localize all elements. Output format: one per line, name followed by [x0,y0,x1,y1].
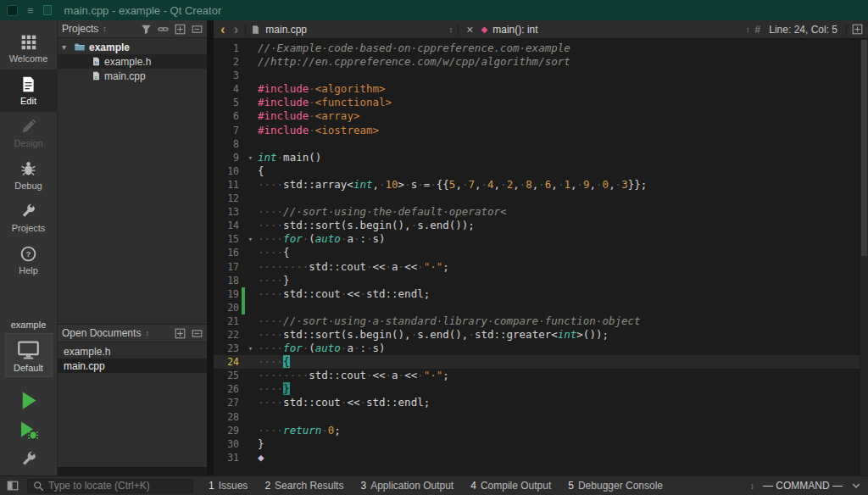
split-editor-icon[interactable] [852,24,863,35]
window-document-icon [43,5,52,15]
expand-arrow-icon[interactable]: ▾ [62,42,70,52]
kit-selector-button[interactable]: Default [5,333,53,377]
code-line-7[interactable]: 7#include·<iostream> [214,124,868,137]
code-line-31[interactable]: 31◆ [214,451,868,464]
code-line-3[interactable]: 3 [214,69,868,82]
code-text [256,301,258,314]
fold-marker-icon[interactable]: ▾ [245,342,256,355]
scrollbar-handle[interactable] [861,40,867,256]
tree-item-main.cpp[interactable]: cmain.cpp [58,69,207,83]
code-line-17[interactable]: 17········std::cout·<<·a·<<·"·"; [214,260,868,274]
code-line-24[interactable]: 24····{ [214,355,868,369]
code-text: ····{ [256,246,290,259]
fold-marker-icon[interactable]: ▾ [245,151,256,164]
fold-marker-icon[interactable]: ▾ [245,232,256,246]
code-line-10[interactable]: 10{ [214,164,868,178]
run-button[interactable] [14,387,43,413]
open-file-dropdown[interactable]: main.cpp ↕ [251,24,453,36]
line-number: 7 [214,124,239,137]
code-line-8[interactable]: 8 [214,137,868,151]
code-line-12[interactable]: 12 [214,192,868,205]
code-line-27[interactable]: 27····std::cout·<<·std::endl; [214,396,868,409]
symbol-dropdown[interactable]: ◆ main(): int ↕ [481,24,750,36]
code-line-22[interactable]: 22····std::sort(s.begin(),·s.end(),·std:… [214,328,868,342]
code-line-16[interactable]: 16····{ [214,246,868,259]
code-line-19[interactable]: 19····std::cout·<<·std::endl; [214,287,868,301]
code-line-30[interactable]: 30} [214,437,868,451]
output-pane-arrows-icon[interactable]: ↕ [750,481,754,491]
code-line-11[interactable]: 11····std::array<int,·10>·s·=·{{5,·7,·4,… [214,178,868,192]
go-forward-button[interactable]: › [232,22,241,36]
menu-icon[interactable]: ≡ [27,4,34,17]
code-line-28[interactable]: 28 [214,410,868,424]
open-document-main.cpp[interactable]: main.cpp [58,359,207,373]
debug-run-button[interactable] [14,417,43,442]
go-back-button[interactable]: ‹ [219,22,227,36]
code-line-5[interactable]: 5#include·<functional> [214,96,868,109]
filter-icon[interactable] [141,24,152,35]
qt-creator-window: ≡ main.cpp - example - Qt Creator Welcom… [0,0,868,495]
fold-margin [245,328,256,342]
line-number: 18 [214,274,239,287]
line-number: 22 [214,328,239,342]
code-line-6[interactable]: 6#include·<array> [214,109,868,123]
output-pane-compile-output[interactable]: 4Compile Output [470,480,551,492]
output-pane-issues[interactable]: 1Issues [209,480,248,492]
code-line-25[interactable]: 25········std::cout·<<·a·<<·"·"; [214,369,868,382]
output-pane-search-results[interactable]: 2Search Results [264,480,343,492]
code-text [256,410,258,424]
code-line-23[interactable]: 23▾····for·(auto·a·:·s) [214,342,868,355]
close-document-button[interactable]: × [464,23,476,36]
line-number: 30 [214,437,239,451]
code-text: ····std::cout·<<·std::endl; [256,287,430,301]
code-line-1[interactable]: 1//·Example·code·based·on·cppreference.c… [214,42,868,55]
code-line-21[interactable]: 21····//·sort·using·a·standard·library·c… [214,314,868,328]
panel-editor-splitter[interactable] [207,20,214,476]
titlebar: ≡ main.cpp - example - Qt Creator [0,0,868,20]
editor-scrollbar[interactable] [860,39,868,476]
line-col-indicator: Line: 24, Col: 5 [769,24,837,36]
locator-field[interactable] [27,479,193,493]
split-panel-icon[interactable] [175,24,186,35]
code-line-14[interactable]: 14····std::sort(s.begin(),·s.end()); [214,219,868,232]
close-panel-icon[interactable] [192,328,203,339]
output-pane-debugger-console[interactable]: 5Debugger Console [568,480,663,492]
mode-label: Design [14,138,42,148]
mode-edit[interactable]: Edit [0,70,57,112]
open-document-example.h[interactable]: example.h [58,344,207,359]
mode-welcome[interactable]: Welcome [0,27,57,70]
code-line-2[interactable]: 2//http://en.cppreference.com/w/cpp/algo… [214,55,868,69]
sync-with-editor-icon[interactable] [158,24,169,35]
panel-mode-dropdown-icon[interactable]: ↕ [103,25,107,33]
panel-mode-dropdown-icon[interactable]: ↕ [145,329,149,337]
mode-projects[interactable]: Projects [0,197,57,239]
pane-label: Application Output [370,480,453,492]
code-line-13[interactable]: 13····//·sort·using·the·default·operator… [214,205,868,219]
tree-item-example[interactable]: ▾example [58,40,207,54]
code-line-4[interactable]: 4#include·<algorithm> [214,82,868,96]
kit-selector-area: example Default [0,320,57,377]
code-line-9[interactable]: 9▾int·main() [214,151,868,164]
open-documents-scrollbar[interactable] [58,467,207,476]
close-panel-icon[interactable] [192,24,203,35]
tree-item-example.h[interactable]: hexample.h [58,54,207,69]
code-line-29[interactable]: 29····return·0; [214,424,868,437]
fold-margin [245,314,256,328]
code-line-26[interactable]: 26····} [214,382,868,396]
mode-help[interactable]: ?Help [0,239,57,281]
output-pane-application-output[interactable]: 3Application Output [360,480,453,492]
locator-input[interactable] [48,480,177,492]
code-line-20[interactable]: 20 [214,301,868,314]
code-editor[interactable]: 1//·Example·code·based·on·cppreference.c… [214,39,868,476]
build-button[interactable] [14,447,43,472]
code-line-15[interactable]: 15▾····for·(auto·a·:·s) [214,232,868,246]
line-number: 27 [214,396,239,409]
mode-debug[interactable]: Debug [0,154,57,197]
toggle-sidebar-icon[interactable] [7,480,19,492]
fold-margin [245,382,256,396]
split-panel-icon[interactable] [175,328,186,339]
code-text [256,192,258,205]
chevron-down-icon[interactable] [851,481,861,491]
app-icon[interactable] [7,5,18,16]
code-line-18[interactable]: 18····} [214,274,868,287]
